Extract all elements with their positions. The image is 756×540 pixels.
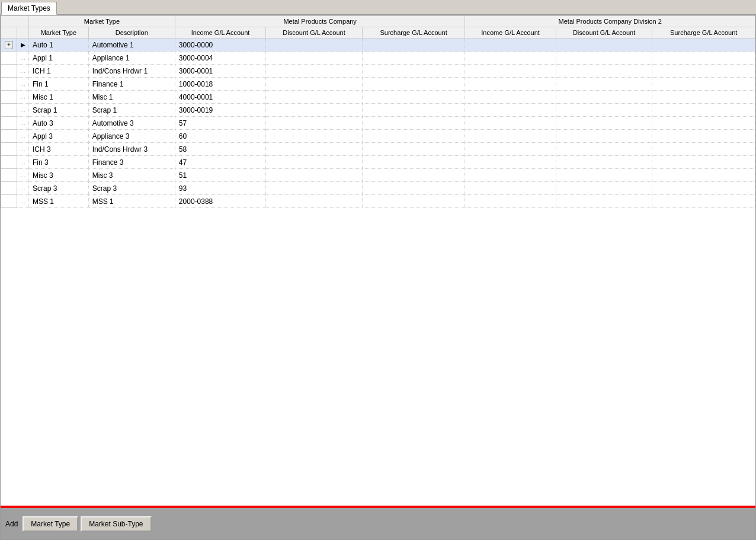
cell-income_gl2	[465, 130, 556, 143]
cell-surcharge_gl	[362, 182, 465, 195]
cell-income_gl2	[465, 52, 556, 65]
cell-income_gl: 3000-0001	[175, 65, 265, 78]
row-indicator: …	[17, 156, 29, 169]
table-row[interactable]: …MSS 1MSS 12000-0388	[1, 195, 755, 208]
cell-surcharge_gl	[362, 78, 465, 91]
expand-cell	[1, 117, 17, 130]
col-market-type: Market Type	[29, 27, 89, 39]
cell-description: Scrap 3	[88, 182, 175, 195]
cell-discount_gl2	[556, 169, 652, 182]
app-container: Market Types Market Type Metal Products …	[0, 0, 756, 540]
expand-cell	[1, 52, 17, 65]
cell-discount_gl	[266, 143, 363, 156]
cell-surcharge_gl2	[652, 156, 755, 169]
cell-discount_gl2	[556, 182, 652, 195]
table-row[interactable]: …Auto 3Automotive 357	[1, 117, 755, 130]
cell-market_type: Auto 1	[29, 39, 89, 52]
add-market-type-button[interactable]: Market Type	[23, 516, 78, 532]
cell-discount_gl	[266, 65, 363, 78]
table-row[interactable]: …ICH 3Ind/Cons Hrdwr 358	[1, 143, 755, 156]
cell-income_gl: 58	[175, 143, 265, 156]
cell-surcharge_gl	[362, 91, 465, 104]
table-row[interactable]: …Fin 3Finance 347	[1, 156, 755, 169]
cell-discount_gl	[266, 52, 363, 65]
cell-discount_gl2	[556, 65, 652, 78]
col-header-row: Market Type Description Income G/L Accou…	[1, 27, 755, 39]
cell-income_gl2	[465, 182, 556, 195]
cell-income_gl: 60	[175, 130, 265, 143]
cell-market_type: Scrap 1	[29, 104, 89, 117]
col-surcharge-gl: Surcharge G/L Account	[362, 27, 465, 39]
cell-surcharge_gl	[362, 117, 465, 130]
cell-surcharge_gl	[362, 156, 465, 169]
cell-description: Ind/Cons Hrdwr 1	[88, 65, 175, 78]
cell-discount_gl	[266, 195, 363, 208]
cell-income_gl: 51	[175, 169, 265, 182]
cell-income_gl2	[465, 143, 556, 156]
expand-cell	[1, 104, 17, 117]
cell-surcharge_gl2	[652, 104, 755, 117]
cell-income_gl2	[465, 117, 556, 130]
expand-button[interactable]: +	[5, 41, 13, 49]
market-types-table: Market Type Metal Products Company Metal…	[1, 15, 755, 208]
cell-market_type: ICH 3	[29, 143, 89, 156]
cell-surcharge_gl	[362, 52, 465, 65]
cell-discount_gl2	[556, 52, 652, 65]
table-row[interactable]: …Misc 3Misc 351	[1, 169, 755, 182]
cell-surcharge_gl2	[652, 91, 755, 104]
table-row[interactable]: …Scrap 1Scrap 13000-0019	[1, 104, 755, 117]
table-row[interactable]: …ICH 1Ind/Cons Hrdwr 13000-0001	[1, 65, 755, 78]
expand-cell	[1, 78, 17, 91]
cell-discount_gl2	[556, 78, 652, 91]
add-market-sub-type-button[interactable]: Market Sub-Type	[81, 516, 151, 532]
table-row[interactable]: +▶Auto 1Automotive 13000-0000	[1, 39, 755, 52]
cell-income_gl2	[465, 65, 556, 78]
cell-surcharge_gl2	[652, 65, 755, 78]
group-header-metal-products-div2: Metal Products Company Division 2	[465, 16, 755, 27]
cell-discount_gl	[266, 130, 363, 143]
col-income-gl2: Income G/L Account	[465, 27, 556, 39]
main-content: Market Type Metal Products Company Metal…	[0, 15, 756, 540]
col-income-gl: Income G/L Account	[175, 27, 265, 39]
table-row[interactable]: …Appl 3Appliance 360	[1, 130, 755, 143]
cell-income_gl2	[465, 169, 556, 182]
cell-discount_gl2	[556, 91, 652, 104]
expand-cell	[1, 130, 17, 143]
row-indicator: …	[17, 104, 29, 117]
expand-cell	[1, 182, 17, 195]
expand-cell	[1, 156, 17, 169]
table-row[interactable]: …Fin 1Finance 11000-0018	[1, 78, 755, 91]
expand-cell	[1, 91, 17, 104]
row-indicator: …	[17, 91, 29, 104]
cell-surcharge_gl	[362, 195, 465, 208]
cell-market_type: Fin 3	[29, 156, 89, 169]
cell-description: Scrap 1	[88, 104, 175, 117]
cell-income_gl2	[465, 156, 556, 169]
cell-surcharge_gl2	[652, 169, 755, 182]
table-row[interactable]: …Scrap 3Scrap 393	[1, 182, 755, 195]
col-indicator	[17, 27, 29, 39]
col-description: Description	[88, 27, 175, 39]
cell-market_type: MSS 1	[29, 195, 89, 208]
cell-income_gl: 47	[175, 156, 265, 169]
cell-surcharge_gl2	[652, 182, 755, 195]
cell-discount_gl2	[556, 130, 652, 143]
grid-container[interactable]: Market Type Metal Products Company Metal…	[1, 15, 755, 507]
cell-surcharge_gl2	[652, 78, 755, 91]
cell-surcharge_gl	[362, 143, 465, 156]
cell-discount_gl	[266, 117, 363, 130]
cell-description: Automotive 3	[88, 117, 175, 130]
cell-description: Finance 3	[88, 156, 175, 169]
cell-discount_gl2	[556, 195, 652, 208]
row-indicator: …	[17, 169, 29, 182]
tab-bar: Market Types	[0, 0, 756, 15]
table-row[interactable]: …Appl 1Appliance 13000-0004	[1, 52, 755, 65]
cell-discount_gl	[266, 182, 363, 195]
cell-discount_gl2	[556, 104, 652, 117]
col-surcharge-gl2: Surcharge G/L Account	[652, 27, 755, 39]
expand-cell	[1, 65, 17, 78]
table-row[interactable]: …Misc 1Misc 14000-0001	[1, 91, 755, 104]
cell-surcharge_gl2	[652, 143, 755, 156]
tab-market-types[interactable]: Market Types	[1, 2, 57, 15]
cell-description: Misc 1	[88, 91, 175, 104]
